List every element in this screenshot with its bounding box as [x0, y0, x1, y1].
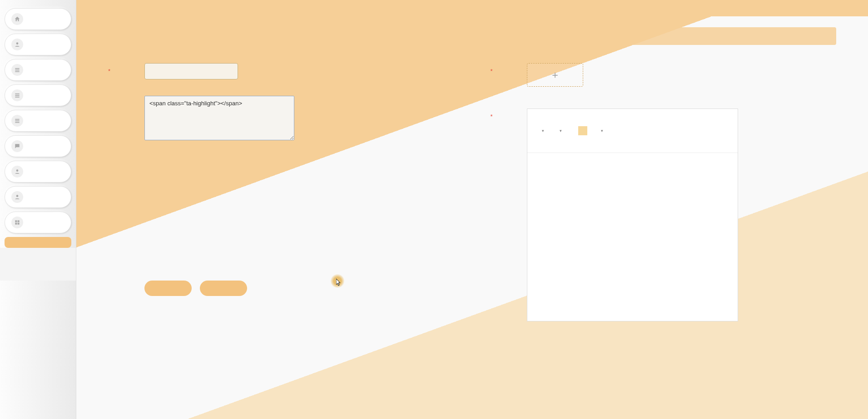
- italic-button[interactable]: [543, 112, 552, 121]
- underline-button[interactable]: [555, 112, 564, 121]
- code-button[interactable]: [596, 112, 605, 121]
- svg-rect-1: [15, 68, 19, 69]
- svg-point-11: [16, 195, 19, 197]
- sidebar-item-activity[interactable]: [5, 161, 71, 182]
- svg-rect-2: [15, 69, 19, 70]
- sidebar-item-activity-log[interactable]: [5, 186, 71, 208]
- plus-icon: ＋: [550, 68, 560, 82]
- svg-rect-3: [15, 71, 19, 72]
- svg-rect-14: [15, 223, 17, 225]
- sidebar-item-shop[interactable]: [5, 110, 71, 132]
- svg-rect-15: [18, 223, 20, 225]
- image-button[interactable]: [543, 141, 552, 150]
- chevron-down-icon: ▾: [560, 128, 562, 133]
- svg-rect-13: [18, 220, 20, 222]
- editor-canvas[interactable]: [527, 153, 738, 321]
- user-area: [853, 5, 861, 12]
- sidebar-item-system[interactable]: [5, 212, 71, 233]
- h1-button[interactable]: [615, 112, 624, 121]
- breadcrumb: [108, 27, 836, 45]
- svg-rect-7: [15, 119, 19, 120]
- font-family-select[interactable]: ▾: [590, 128, 605, 133]
- font-size-select[interactable]: ▾: [531, 128, 546, 133]
- sidebar-item-user[interactable]: [5, 135, 71, 157]
- link-button[interactable]: [531, 141, 540, 150]
- chevron-down-icon: ▾: [601, 128, 603, 133]
- svg-rect-8: [15, 120, 19, 121]
- save-button[interactable]: [555, 141, 564, 150]
- subscript-button[interactable]: [675, 112, 684, 121]
- intro-textarea[interactable]: <span class="ta-highlight"></span>: [144, 96, 294, 140]
- svg-point-10: [16, 169, 19, 172]
- svg-rect-12: [15, 220, 17, 222]
- quote-button[interactable]: [585, 112, 594, 121]
- svg-rect-6: [15, 97, 19, 98]
- rich-editor: ▾ ▾ ▾: [527, 108, 738, 321]
- submit-button[interactable]: [144, 281, 192, 296]
- h2-button[interactable]: [626, 112, 635, 121]
- user-icon: [11, 166, 23, 177]
- indent-increase-button[interactable]: [716, 112, 725, 121]
- sidebar-item-city[interactable]: [5, 84, 71, 106]
- text-color-button[interactable]: [566, 126, 575, 135]
- svg-point-0: [16, 42, 19, 44]
- user-icon: [11, 191, 23, 203]
- image-label: [491, 63, 527, 67]
- bold-button[interactable]: [531, 112, 540, 121]
- title-label: [108, 63, 144, 67]
- unordered-list-button[interactable]: [656, 112, 665, 121]
- sidebar: [0, 0, 76, 419]
- svg-rect-9: [15, 122, 19, 123]
- title-input[interactable]: [144, 63, 238, 79]
- svg-rect-5: [15, 95, 19, 96]
- header-bar: [76, 0, 868, 16]
- sidebar-item-profile[interactable]: [5, 34, 71, 55]
- home-icon: [11, 13, 23, 25]
- chat-icon: [11, 140, 23, 152]
- strike-button[interactable]: [566, 112, 575, 121]
- sidebar-sub-announcement[interactable]: [5, 237, 71, 248]
- list-icon: [11, 115, 23, 127]
- align-button[interactable]: [608, 126, 617, 135]
- superscript-button[interactable]: [686, 112, 695, 121]
- cancel-button[interactable]: [200, 281, 247, 296]
- upload-box[interactable]: ＋: [527, 63, 583, 87]
- indent-decrease-button[interactable]: [704, 112, 714, 121]
- clear-format-button[interactable]: [626, 126, 635, 135]
- sidebar-submenu: [0, 237, 76, 281]
- chevron-down-icon: ▾: [542, 128, 544, 133]
- intro-label: [108, 96, 144, 99]
- main-area: <span class="ta-highlight"></span> ＋: [76, 0, 868, 419]
- bg-color-button[interactable]: [578, 126, 587, 135]
- grid-icon: [11, 217, 23, 228]
- sidebar-item-home[interactable]: [5, 8, 71, 30]
- sidebar-item-type[interactable]: [5, 59, 71, 81]
- user-icon: [11, 39, 23, 50]
- sidebar-sub-carousel[interactable]: [0, 270, 76, 281]
- sidebar-sub-about[interactable]: [0, 259, 76, 270]
- list-icon: [11, 89, 23, 101]
- ordered-list-button[interactable]: [645, 112, 654, 121]
- editor-toolbar: ▾ ▾ ▾: [527, 109, 738, 153]
- content-label: [491, 108, 527, 112]
- paragraph-style-select[interactable]: ▾: [549, 128, 564, 133]
- list-icon: [11, 64, 23, 76]
- svg-rect-4: [15, 94, 19, 94]
- sidebar-sub-feedback[interactable]: [0, 248, 76, 259]
